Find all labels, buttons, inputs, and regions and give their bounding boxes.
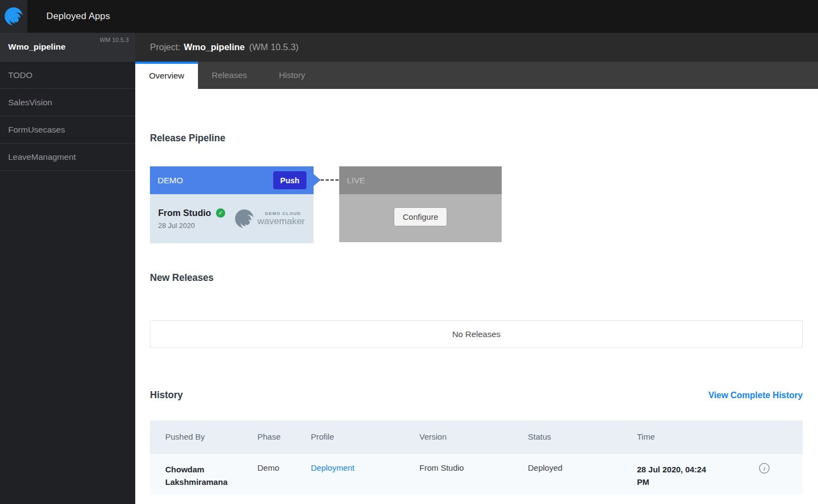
pipeline-connector — [314, 166, 339, 243]
demo-phase-body: From Studio ✓ 28 Jul 2020 — [150, 194, 314, 243]
column-phase: Phase — [257, 421, 311, 453]
column-time: Time — [637, 421, 759, 453]
sidebar-item-leavemanagment[interactable]: LeaveManagment — [0, 143, 135, 171]
demo-phase-card: DEMO Push From Studio ✓ 28 Jul 2020 — [150, 166, 314, 243]
column-pushed-by: Pushed By — [150, 421, 257, 453]
column-info — [759, 421, 803, 453]
sidebar-item-label: SalesVision — [8, 98, 52, 107]
pipeline-dashed-line — [321, 179, 339, 181]
info-icon[interactable]: i — [759, 463, 769, 473]
wavemaker-wordmark: wavemaker — [257, 216, 305, 227]
wavemaker-logo[interactable] — [0, 0, 27, 33]
cell-phase: Demo — [257, 453, 311, 495]
cell-info: i — [759, 453, 803, 495]
demo-phase-name: DEMO — [158, 176, 183, 185]
sidebar-item-label: FormUsecases — [8, 125, 65, 135]
pipeline-arrow-icon — [314, 174, 321, 186]
demo-deploy-date: 28 Jul 2020 — [158, 221, 225, 230]
configure-button[interactable]: Configure — [394, 207, 447, 226]
content: Release Pipeline DEMO Push From Studio ✓… — [135, 133, 818, 495]
tab-bar: Overview Releases History — [135, 62, 818, 89]
column-status: Status — [528, 421, 637, 453]
sidebar-item-salesvision[interactable]: SalesVision — [0, 89, 135, 116]
history-header: History View Complete History — [150, 389, 803, 401]
sidebar-item-formusecases[interactable]: FormUsecases — [0, 116, 135, 143]
project-name: Wmo_pipeline — [184, 42, 245, 52]
no-releases-box: No Releases — [150, 320, 803, 348]
tab-overview[interactable]: Overview — [135, 62, 198, 89]
column-version: Version — [419, 421, 528, 453]
release-pipeline: DEMO Push From Studio ✓ 28 Jul 2020 — [150, 166, 803, 243]
cell-version: From Studio — [419, 453, 528, 495]
demo-cloud-label: DEMO CLOUD — [265, 211, 305, 216]
sidebar-item-label: Wmo_pipeline — [8, 42, 65, 52]
project-header: Project:Wmo_pipeline(WM 10.5.3) — [135, 33, 818, 62]
column-profile: Profile — [311, 421, 419, 453]
cell-time: 28 Jul 2020, 04:24 PM — [637, 453, 759, 495]
demo-cloud-brand: DEMO CLOUD wavemaker — [233, 208, 305, 230]
project-label: Project: — [150, 42, 181, 52]
new-releases-title: New Releases — [150, 272, 803, 284]
wavemaker-brand-text: DEMO CLOUD wavemaker — [257, 211, 305, 227]
cell-status: Deployed — [528, 453, 637, 495]
history-table: Pushed By Phase Profile Version Status T… — [150, 421, 803, 495]
history-table-header-row: Pushed By Phase Profile Version Status T… — [150, 421, 803, 453]
live-phase-body: Configure — [339, 194, 502, 242]
sidebar: WM 10.5.3 Wmo_pipeline TODO SalesVision … — [0, 33, 135, 504]
live-phase-card: LIVE Configure — [339, 166, 502, 242]
history-title: History — [150, 389, 183, 401]
sidebar-item-version: WM 10.5.3 — [100, 37, 129, 43]
push-button[interactable]: Push — [273, 171, 306, 189]
app-title: Deployed Apps — [27, 0, 110, 33]
project-version: (WM 10.5.3) — [249, 42, 299, 52]
sidebar-item-label: TODO — [8, 70, 33, 80]
live-phase-header: LIVE — [339, 166, 502, 194]
demo-deploy-info: From Studio ✓ 28 Jul 2020 — [158, 208, 225, 230]
no-releases-text: No Releases — [452, 329, 501, 339]
demo-version-name: From Studio — [158, 208, 211, 218]
view-complete-history-link[interactable]: View Complete History — [708, 391, 803, 400]
wavemaker-cloud-icon — [233, 208, 255, 230]
release-pipeline-title: Release Pipeline — [150, 133, 803, 144]
top-bar: Deployed Apps — [0, 0, 818, 33]
demo-phase-header: DEMO Push — [150, 166, 314, 194]
wavemaker-logo-icon — [3, 6, 24, 27]
main-area: Project:Wmo_pipeline(WM 10.5.3) Overview… — [135, 33, 818, 504]
cell-profile: Deployment — [311, 453, 419, 495]
deployment-profile-link[interactable]: Deployment — [311, 463, 354, 472]
sidebar-item-label: LeaveManagment — [8, 152, 76, 162]
sidebar-item-todo[interactable]: TODO — [0, 62, 135, 89]
tab-releases[interactable]: Releases — [198, 62, 261, 89]
cell-pushed-by: Chowdam Lakshmiramana — [150, 453, 257, 495]
tab-history[interactable]: History — [261, 62, 323, 89]
history-table-row: Chowdam Lakshmiramana Demo Deployment Fr… — [150, 453, 803, 495]
live-phase-name: LIVE — [347, 176, 365, 185]
success-check-icon: ✓ — [216, 208, 225, 218]
sidebar-item-wmo-pipeline[interactable]: WM 10.5.3 Wmo_pipeline — [0, 33, 135, 62]
